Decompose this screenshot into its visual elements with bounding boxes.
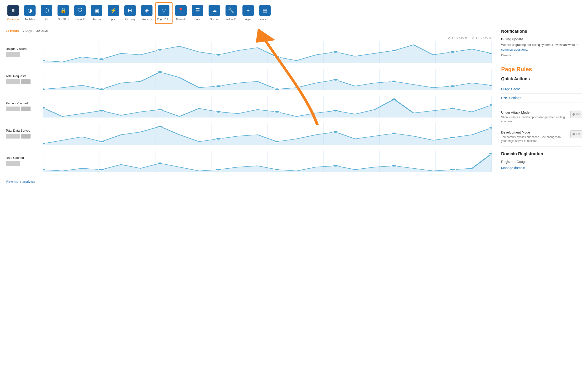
toggles-section: Under Attack ModeShow visitors a JavaScr…: [501, 107, 582, 147]
svg-point-47: [157, 109, 163, 111]
right-panel: Notifications Billing update We are upgr…: [501, 29, 582, 183]
svg-point-15: [391, 50, 397, 52]
notif-body-after: .: [527, 48, 528, 51]
time-filter-30-days[interactable]: 30 Days: [36, 29, 48, 32]
svg-point-34: [450, 85, 456, 87]
nav-label-customp: Custom P...: [225, 18, 238, 21]
svg-point-51: [391, 98, 397, 100]
nav-item-dns[interactable]: ⬡DNS: [38, 2, 55, 24]
access-icon: ▣: [91, 5, 102, 16]
stream-icon: ☁: [209, 5, 220, 16]
chart-title-data-cached: Data Cached: [6, 156, 39, 159]
chart-thumb-1-percent-cached: [6, 107, 20, 111]
charts-container: Unique VisitorsTotal RequestsPercent Cac…: [6, 42, 492, 172]
nav-label-apps: Apps: [245, 18, 251, 21]
dns-settings-link[interactable]: DNS Settings: [501, 94, 582, 102]
notif-link[interactable]: common questions: [501, 48, 527, 51]
date-range-row: 22 FEBRUARY — 23 FEBRUARY: [6, 36, 492, 40]
analytics-icon: ◑: [24, 5, 36, 16]
chart-area-data-cached: [43, 151, 492, 172]
svg-point-88: [450, 169, 456, 171]
nav-label-traffic: Traffic: [194, 18, 201, 21]
pagerules-icon: ▽: [158, 5, 169, 16]
nav-item-stream[interactable]: ☁Stream: [206, 2, 223, 24]
nav-item-pagerules[interactable]: ▽Page Rules: [155, 2, 172, 24]
svg-point-81: [43, 169, 46, 171]
svg-point-30: [215, 85, 221, 87]
svg-point-33: [391, 81, 397, 82]
nav-label-dns: DNS: [44, 18, 49, 21]
domain-registrar: Registrar: Google: [501, 160, 582, 164]
notifications-title: Notifications: [501, 29, 582, 34]
toggle-desc-0: Show visitors a JavaScript challenge whe…: [501, 115, 567, 123]
notif-body-before: We are upgrading our billing system. Rev…: [501, 43, 578, 46]
toggle-label-1: Development Mode: [501, 130, 567, 134]
nav-bar: ≡Overview◑Analytics⬡DNS🔒SSL/TLS🛡Firewall…: [0, 0, 588, 24]
toggle-state-0: Off: [576, 113, 580, 116]
customp-icon: 🔧: [226, 5, 237, 16]
svg-point-13: [274, 56, 280, 58]
chart-row-unique-visitors: Unique Visitors: [6, 42, 492, 63]
chart-row-percent-cached: Percent Cached: [6, 96, 492, 117]
page-wrapper: ≡Overview◑Analytics⬡DNS🔒SSL/TLS🛡Firewall…: [0, 0, 588, 188]
traffic-icon: ☰: [192, 5, 203, 16]
svg-point-28: [99, 88, 105, 90]
nav-item-analytics[interactable]: ◑Analytics: [21, 2, 38, 24]
nav-item-scrapes[interactable]: ▤Scrape S...: [256, 2, 273, 24]
nav-item-overview[interactable]: ≡Overview: [5, 2, 21, 24]
nav-item-traffic[interactable]: ☰Traffic: [189, 2, 206, 24]
svg-point-48: [215, 111, 221, 113]
nav-item-apps[interactable]: +Apps: [240, 2, 256, 24]
nav-item-customp[interactable]: 🔧Custom P...: [223, 2, 240, 24]
svg-point-69: [391, 132, 397, 134]
date-range-label: 22 FEBRUARY — 23 FEBRUARY: [448, 36, 492, 40]
nav-item-ssltls[interactable]: 🔒SSL/TLS: [55, 2, 72, 24]
time-filter-24-hours[interactable]: 24 Hours: [6, 29, 19, 32]
svg-point-53: [488, 104, 492, 106]
chart-area-total-requests: [43, 69, 492, 90]
svg-point-50: [333, 110, 339, 112]
chart-title-total-requests: Total Requests: [6, 74, 39, 78]
manage-domain-link[interactable]: Manage domain: [501, 166, 525, 170]
nav-label-access: Access: [92, 18, 101, 21]
nav-item-firewall[interactable]: 🛡Firewall: [72, 2, 88, 24]
domain-registration-section: Domain Registration Registrar: Google Ma…: [501, 151, 582, 170]
nav-item-network[interactable]: 📍Network: [172, 2, 189, 24]
chart-area-total-data-served: [43, 123, 492, 145]
toggle-indicator-0: [572, 113, 575, 116]
time-filter-7-days[interactable]: 7 Days: [23, 29, 32, 32]
svg-point-64: [99, 141, 105, 143]
chart-title-percent-cached: Percent Cached: [6, 102, 39, 105]
nav-item-access[interactable]: ▣Access: [88, 2, 105, 24]
nav-label-caching: Caching: [125, 18, 135, 21]
chart-area-unique-visitors: [43, 42, 492, 63]
nav-label-firewall: Firewall: [75, 18, 84, 21]
apps-icon: +: [242, 5, 254, 16]
view-more-analytics-link[interactable]: View more analytics: [6, 180, 35, 183]
chart-thumb-1-data-cached: [6, 161, 20, 166]
svg-point-29: [157, 71, 163, 73]
chart-thumb-2-total-data-served: [21, 134, 31, 138]
notif-body: We are upgrading our billing system. Rev…: [501, 43, 582, 52]
nav-item-workers[interactable]: ◈Workers: [138, 2, 155, 24]
toggle-switch-1[interactable]: Off: [570, 130, 582, 138]
nav-item-speed[interactable]: ⚡Speed: [105, 2, 122, 24]
svg-point-9: [43, 60, 46, 62]
svg-point-12: [215, 54, 221, 56]
svg-point-84: [215, 169, 221, 171]
toggle-switch-0[interactable]: Off: [570, 111, 582, 118]
toggle-row-1: Development ModeTemporarily bypass our c…: [501, 127, 582, 147]
svg-point-63: [43, 143, 46, 145]
nav-label-analytics: Analytics: [24, 18, 35, 21]
svg-point-71: [488, 127, 492, 129]
chart-row-total-data-served: Total Data Served: [6, 123, 492, 145]
chart-thumb-1-total-requests: [6, 79, 20, 84]
chart-area-percent-cached: [43, 96, 492, 117]
chart-row-data-cached: Data Cached: [6, 151, 492, 172]
purge-cache-link[interactable]: Purge Cache: [501, 85, 582, 94]
svg-point-82: [99, 169, 105, 171]
nav-label-stream: Stream: [210, 18, 218, 21]
dismiss-button[interactable]: Dismiss: [501, 54, 511, 57]
overview-icon: ≡: [7, 5, 19, 16]
nav-item-caching[interactable]: ⊟Caching: [122, 2, 138, 24]
